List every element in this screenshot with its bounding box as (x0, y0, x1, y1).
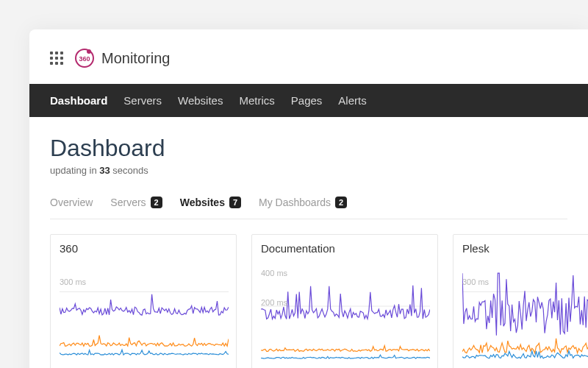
page-subtitle: updating in 33 seconds (50, 165, 567, 176)
chart-row: 360 300 ms Documentation 400 ms 200 ms P… (29, 219, 588, 368)
count-badge: 7 (229, 197, 241, 208)
nav-websites[interactable]: Websites (178, 94, 223, 107)
y-axis-label: 300 ms (462, 277, 489, 286)
apps-grid-icon[interactable] (50, 52, 63, 65)
brand-mark-icon: 360 (74, 47, 96, 69)
chart-card-documentation[interactable]: Documentation 400 ms 200 ms (251, 234, 438, 368)
tab-label: Websites (180, 197, 225, 208)
svg-text:360: 360 (79, 55, 90, 63)
chart-card-plesk[interactable]: Plesk 300 ms (453, 234, 588, 368)
y-axis-label: 400 ms (261, 269, 287, 277)
sub-tabs: Overview Servers 2 Websites 7 My Dashboa… (50, 197, 567, 219)
app-window: 360 Monitoring Dashboard Servers Website… (29, 29, 588, 368)
tab-label: My Dashboards (259, 197, 331, 208)
chart-card-360[interactable]: 360 300 ms (50, 234, 237, 368)
tab-websites[interactable]: Websites 7 (180, 197, 241, 208)
brand-logo[interactable]: 360 Monitoring (74, 47, 170, 69)
count-badge: 2 (335, 197, 347, 208)
sparkline-chart (261, 268, 430, 364)
svg-point-1 (87, 49, 91, 54)
chart-title: Plesk (462, 242, 588, 255)
tab-servers[interactable]: Servers 2 (110, 197, 162, 208)
y-axis-label: 200 ms (261, 298, 287, 307)
tab-overview[interactable]: Overview (50, 197, 93, 208)
chart-title: Documentation (261, 242, 429, 255)
nav-alerts[interactable]: Alerts (338, 94, 366, 107)
nav-pages[interactable]: Pages (291, 94, 323, 107)
tab-label: Overview (50, 197, 93, 208)
nav-servers[interactable]: Servers (123, 94, 162, 107)
y-axis-label: 300 ms (60, 277, 86, 286)
nav-dashboard[interactable]: Dashboard (50, 94, 107, 107)
brand-name: Monitoring (101, 50, 170, 67)
chart-title: 360 (60, 242, 227, 255)
topbar: 360 Monitoring (29, 47, 588, 84)
nav-metrics[interactable]: Metrics (239, 94, 274, 107)
tab-label: Servers (110, 197, 146, 208)
countdown-seconds: 33 (99, 165, 110, 176)
page-title: Dashboard (50, 135, 567, 162)
page-header: Dashboard updating in 33 seconds Overvie… (29, 117, 588, 219)
count-badge: 2 (151, 197, 162, 208)
tab-my-dashboards[interactable]: My Dashboards 2 (259, 197, 347, 208)
main-nav: Dashboard Servers Websites Metrics Pages… (29, 84, 588, 117)
